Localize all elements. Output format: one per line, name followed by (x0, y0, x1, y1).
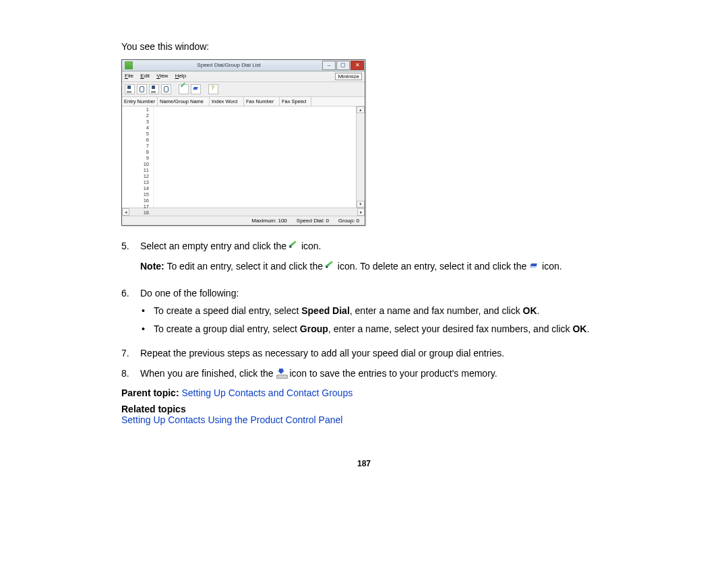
row-number[interactable]: 9 (122, 155, 153, 161)
steps-list: 5. Select an empty entry and click the i… (121, 239, 607, 381)
scroll-up-arrow[interactable]: ▴ (357, 106, 365, 113)
minimize-window-button[interactable]: – (322, 61, 336, 70)
save-file-icon[interactable] (149, 84, 159, 94)
note: Note: To edit an entry, select it and cl… (140, 259, 607, 273)
scroll-down-arrow[interactable]: ▾ (357, 201, 365, 208)
save-to-product-icon (276, 369, 287, 379)
status-maximum: Maximum: 100 (251, 218, 286, 224)
minimize-button[interactable]: Minimize (335, 73, 362, 80)
parent-topic-label: Parent topic: (121, 387, 181, 398)
row-number[interactable]: 11 (122, 167, 153, 173)
pencil-icon (326, 262, 335, 271)
grid-body: 123456789101112131415161718 ▴ ▾ (122, 106, 365, 208)
menubar: File Edit View Help Minimize (122, 71, 365, 82)
intro-text: You see this window: (121, 40, 607, 54)
parent-topic: Parent topic: Setting Up Contacts and Co… (121, 387, 607, 398)
row-number[interactable]: 1 (122, 106, 153, 113)
parent-topic-link[interactable]: Setting Up Contacts and Contact Groups (181, 387, 353, 398)
col-fax-speed[interactable]: Fax Speed (280, 97, 311, 106)
maximize-window-button[interactable]: ▢ (336, 61, 350, 70)
horizontal-scrollbar[interactable]: ◂ ▸ (122, 208, 365, 216)
toolbar (122, 82, 365, 97)
delete-eraser-icon[interactable] (191, 84, 201, 94)
row-number[interactable]: 12 (122, 173, 153, 179)
grid-cells[interactable] (154, 106, 356, 208)
menu-file[interactable]: File (125, 73, 133, 79)
column-headers: Entry Number Name/Group Name Index Word … (122, 97, 365, 106)
step-6: 6. Do one of the following: To create a … (121, 286, 607, 340)
sub-item: To create a speed dial entry, select Spe… (140, 304, 607, 317)
note-label: Note: (140, 261, 164, 272)
step-5: 5. Select an empty entry and click the i… (121, 239, 607, 280)
col-fax-number[interactable]: Fax Number (244, 97, 280, 106)
step-number: 5. (121, 239, 140, 280)
step-number: 7. (121, 346, 140, 360)
edit-pencil-icon[interactable] (179, 84, 189, 94)
help-icon[interactable] (208, 84, 218, 94)
close-window-button[interactable]: ✕ (351, 61, 364, 70)
pencil-icon (289, 242, 299, 251)
sub-list: To create a speed dial entry, select Spe… (140, 304, 607, 336)
col-entry-number[interactable]: Entry Number (122, 97, 158, 106)
read-from-product-icon[interactable] (137, 84, 147, 94)
row-number[interactable]: 14 (122, 185, 153, 191)
sub-item: To create a group dial entry, select Gro… (140, 322, 607, 336)
row-number[interactable]: 6 (122, 137, 153, 143)
statusbar: Maximum: 100 Speed Dial: 0 Group: 0 (122, 216, 365, 225)
menu-help[interactable]: Help (175, 73, 186, 79)
page-number: 187 (121, 459, 607, 468)
related-topic-link[interactable]: Setting Up Contacts Using the Product Co… (121, 414, 342, 425)
toolbar-separator (173, 84, 177, 93)
row-number[interactable]: 5 (122, 131, 153, 137)
vertical-scrollbar[interactable]: ▴ ▾ (356, 106, 365, 208)
step-7: 7. Repeat the previous steps as necessar… (121, 346, 607, 360)
row-number[interactable]: 18 (122, 210, 153, 216)
step-number: 6. (121, 286, 140, 340)
row-number[interactable]: 8 (122, 149, 153, 155)
row-number[interactable]: 15 (122, 191, 153, 197)
row-number[interactable]: 13 (122, 179, 153, 185)
app-icon (125, 61, 133, 69)
scroll-right-arrow[interactable]: ▸ (357, 208, 365, 216)
app-window-screenshot: Speed Dial/Group Dial List – ▢ ✕ File Ed… (121, 59, 365, 226)
row-number[interactable]: 16 (122, 197, 153, 204)
status-group: Group: 0 (338, 218, 359, 224)
toolbar-separator (203, 84, 206, 93)
row-number[interactable]: 3 (122, 119, 153, 125)
menu-view[interactable]: View (156, 73, 168, 79)
menus: File Edit View Help (125, 73, 191, 80)
step-8: 8. When you are finished, click the icon… (121, 367, 607, 380)
menu-edit[interactable]: Edit (140, 73, 150, 79)
window-buttons: – ▢ ✕ (322, 61, 365, 70)
open-file-icon[interactable] (161, 84, 171, 94)
row-number[interactable]: 2 (122, 113, 153, 119)
row-number[interactable]: 10 (122, 161, 153, 167)
step-number: 8. (121, 367, 140, 380)
document-page: You see this window: Speed Dial/Group Di… (121, 40, 607, 468)
save-to-product-icon[interactable] (125, 84, 135, 94)
row-number[interactable]: 17 (122, 204, 153, 210)
row-number[interactable]: 4 (122, 125, 153, 131)
window-title: Speed Dial/Group Dial List (135, 62, 322, 68)
row-numbers: 123456789101112131415161718 (122, 106, 154, 208)
eraser-icon (529, 261, 539, 272)
row-number[interactable]: 7 (122, 143, 153, 149)
col-index-word[interactable]: Index Word (210, 97, 244, 106)
related-topics-label: Related topics (121, 404, 607, 414)
titlebar: Speed Dial/Group Dial List – ▢ ✕ (122, 60, 365, 71)
col-name-group[interactable]: Name/Group Name (158, 97, 210, 106)
status-speed-dial: Speed Dial: 0 (297, 218, 329, 224)
